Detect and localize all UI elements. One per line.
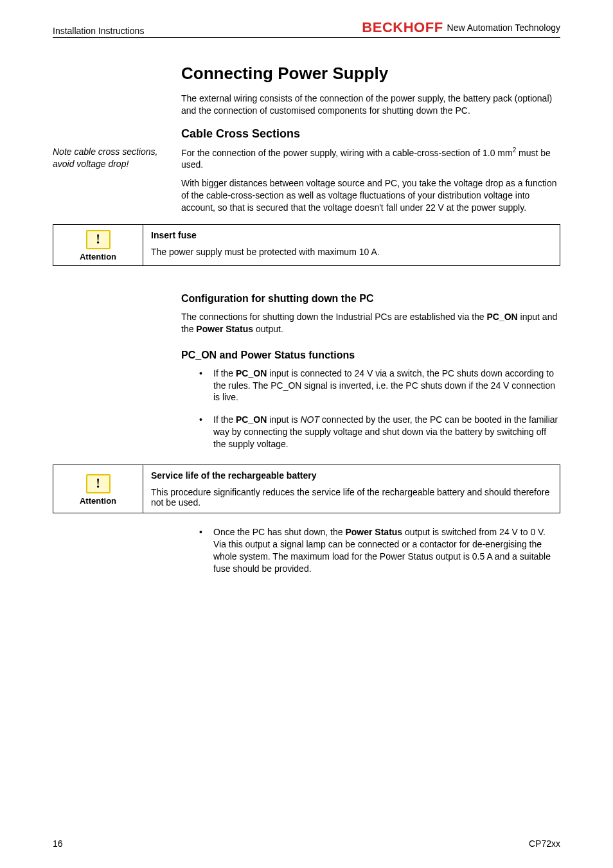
brand-text: BECKHOFF xyxy=(362,19,443,36)
page-footer: 16 CP72xx xyxy=(53,838,560,849)
attention2-icon-col: ! Attention xyxy=(53,465,143,513)
header-left-text: Installation Instructions xyxy=(53,26,144,36)
config-p1-bold1: PC_ON xyxy=(487,312,518,322)
pcon-list: If the PC_ON input is connected to 24 V … xyxy=(181,368,560,450)
attention2-label: Attention xyxy=(80,496,116,506)
attention-insert-fuse: ! Attention Insert fuse The power supply… xyxy=(53,224,560,266)
cable-heading: Cable Cross Sections xyxy=(181,127,560,141)
final-b-a: Once the PC has shut down, the xyxy=(213,527,345,537)
config-p1-bold2: Power Status xyxy=(196,324,253,334)
pcon-bullet-1: If the PC_ON input is connected to 24 V … xyxy=(199,368,560,404)
config-p1-end: output. xyxy=(253,324,283,334)
attention-body-col: Insert fuse The power supply must be pro… xyxy=(143,225,560,265)
config-p1: The connections for shutting down the In… xyxy=(181,311,560,335)
intro-paragraph: The external wiring consists of the conn… xyxy=(181,93,560,117)
exclamation-icon: ! xyxy=(96,232,100,247)
warning-icon: ! xyxy=(86,230,111,249)
pcon-heading: PC_ON and Power Status functions xyxy=(181,350,560,361)
cable-side-note: Note cable cross sections, avoid voltage… xyxy=(53,146,181,220)
attention-label: Attention xyxy=(80,252,116,261)
cable-p2: With bigger distances between voltage so… xyxy=(181,177,560,214)
cable-p1-a: For the connection of the power supply, … xyxy=(181,147,513,157)
doc-id: CP72xx xyxy=(529,838,560,849)
pcon-b2-b: input is xyxy=(267,414,300,425)
attention1-body: The power supply must be protected with … xyxy=(151,247,552,257)
page-number: 16 xyxy=(53,838,63,849)
attention2-body: This procedure significantly reduces the… xyxy=(151,487,552,508)
attention-icon-col: ! Attention xyxy=(53,225,143,265)
header-logo: BECKHOFF New Automation Technology xyxy=(362,19,560,36)
pcon-b2-a: If the xyxy=(213,414,236,425)
attention-service-life: ! Attention Service life of the recharge… xyxy=(53,465,560,513)
final-b-bold: Power Status xyxy=(345,527,402,537)
warning-icon: ! xyxy=(86,474,111,493)
brand-subtext: New Automation Technology xyxy=(447,22,560,33)
exclamation-icon: ! xyxy=(96,476,100,491)
attention1-title: Insert fuse xyxy=(151,230,552,240)
final-bullet: Once the PC has shut down, the Power Sta… xyxy=(199,526,560,575)
page-header: Installation Instructions BECKHOFF New A… xyxy=(53,19,560,38)
attention2-body-col: Service life of the rechargeable battery… xyxy=(143,465,560,513)
config-p1-a: The connections for shutting down the In… xyxy=(181,312,487,322)
pcon-bullet-2: If the PC_ON input is NOT connected by t… xyxy=(199,414,560,450)
pcon-b2-bold: PC_ON xyxy=(236,414,267,425)
pcon-b2-ital: NOT xyxy=(300,414,319,425)
final-list: Once the PC has shut down, the Power Sta… xyxy=(181,526,560,575)
pcon-b1-a: If the xyxy=(213,368,236,378)
pcon-b1-bold: PC_ON xyxy=(236,368,267,378)
page-title: Connecting Power Supply xyxy=(181,64,560,84)
config-heading: Configuration for shutting down the PC xyxy=(181,293,560,305)
attention2-title: Service life of the rechargeable battery xyxy=(151,470,552,481)
cable-p1: For the connection of the power supply, … xyxy=(181,146,560,171)
